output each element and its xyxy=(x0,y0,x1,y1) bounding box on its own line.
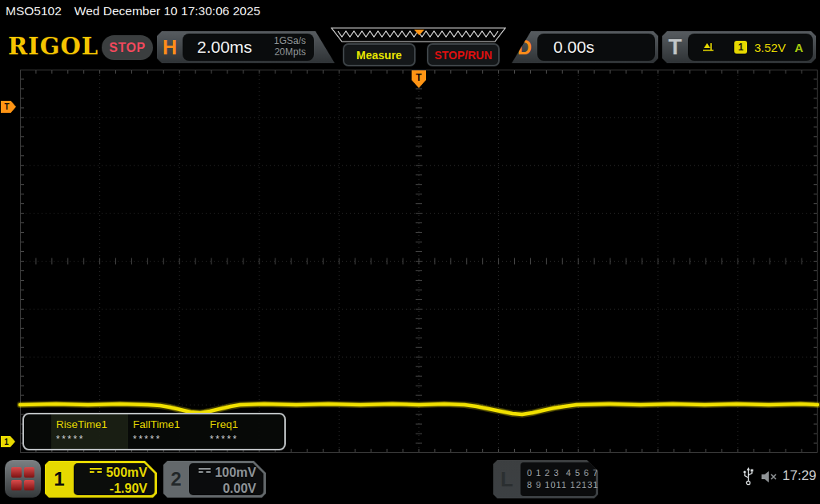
status-bar: MSO5102Wed December 10 17:30:06 2025 xyxy=(6,4,260,18)
graticule xyxy=(20,70,818,453)
model-name: MSO5102 xyxy=(6,4,62,18)
logic-channels-block[interactable]: L 0 1 2 3 4 5 6 7 8 9 1011 12131415 xyxy=(493,460,598,498)
horizontal-settings-block[interactable]: H 2.00ms 1GSa/s 20Mpts xyxy=(157,31,335,63)
usb-icon xyxy=(742,467,754,486)
oscilloscope-screen: MSO5102Wed December 10 17:30:06 2025 RIG… xyxy=(0,0,820,504)
trigger-source-badge: 1 xyxy=(734,41,747,54)
dc-coupling-icon xyxy=(199,468,211,477)
measurement-risetime[interactable]: RiseTime1 ***** xyxy=(51,414,128,449)
trigger-level-value: 3.52V xyxy=(754,41,786,54)
stop-run-button[interactable]: STOP/RUN xyxy=(427,43,500,66)
channel1-status-block[interactable]: 1 500mV -1.90V xyxy=(45,461,157,498)
waveform-overview-strip[interactable] xyxy=(330,27,508,43)
timebase-value: 2.00ms xyxy=(197,38,252,57)
channel2-number: 2 xyxy=(163,461,189,498)
menu-grid-icon xyxy=(11,467,34,490)
measurement-label: RiseTime1 xyxy=(56,418,128,430)
trigger-label: T xyxy=(662,34,688,60)
measurement-freq[interactable]: Freq1 ***** xyxy=(205,414,282,449)
channel2-status-block[interactable]: 2 100mV 0.00V xyxy=(163,461,266,498)
memory-depth: 20Mpts xyxy=(275,46,306,58)
logic-channels-row2: 8 9 1011 12131415 xyxy=(527,479,596,491)
rigol-logo: RIGOL xyxy=(8,33,98,60)
delay-settings-block[interactable]: D 0.00s xyxy=(512,31,658,63)
run-state-indicator[interactable]: STOP xyxy=(102,35,153,60)
datetime: Wed December 10 17:30:06 2025 xyxy=(74,4,260,18)
clock: 17:29 xyxy=(782,468,817,484)
channel2-offset: 0.00V xyxy=(189,481,256,497)
speaker-muted-icon xyxy=(762,470,778,483)
delay-label: D xyxy=(512,36,537,59)
measurement-falltime[interactable]: FallTime1 ***** xyxy=(128,414,205,449)
channel1-ground-marker[interactable]: 1 xyxy=(1,436,15,447)
measurement-value: ***** xyxy=(210,434,282,445)
measurement-overlay: RiseTime1 ***** FallTime1 ***** Freq1 **… xyxy=(22,413,286,450)
channel1-scale: 500mV xyxy=(106,466,147,479)
dc-coupling-icon xyxy=(90,468,102,477)
logic-label: L xyxy=(493,460,521,498)
trigger-level-marker[interactable]: T xyxy=(1,101,16,113)
measure-button[interactable]: Measure xyxy=(343,43,416,66)
channel2-scale: 100mV xyxy=(215,466,256,479)
edge-trigger-icon xyxy=(702,42,715,54)
measurement-value: ***** xyxy=(56,434,128,445)
delay-value: 0.00s xyxy=(553,38,594,57)
horizontal-label: H xyxy=(157,36,183,59)
measurement-label: Freq1 xyxy=(210,418,282,430)
logic-channels-row1: 0 1 2 3 4 5 6 7 xyxy=(527,467,596,479)
trigger-sweep-mode: A xyxy=(794,41,803,54)
sample-rate: 1GSa/s xyxy=(274,35,306,46)
channel1-offset: -1.90V xyxy=(74,481,147,497)
measurement-label: FallTime1 xyxy=(133,418,205,430)
channel1-number: 1 xyxy=(45,461,74,498)
measurement-value: ***** xyxy=(133,434,205,445)
function-menu-icon[interactable] xyxy=(5,460,41,498)
trigger-settings-block[interactable]: T 1 3.52V A xyxy=(662,31,816,63)
